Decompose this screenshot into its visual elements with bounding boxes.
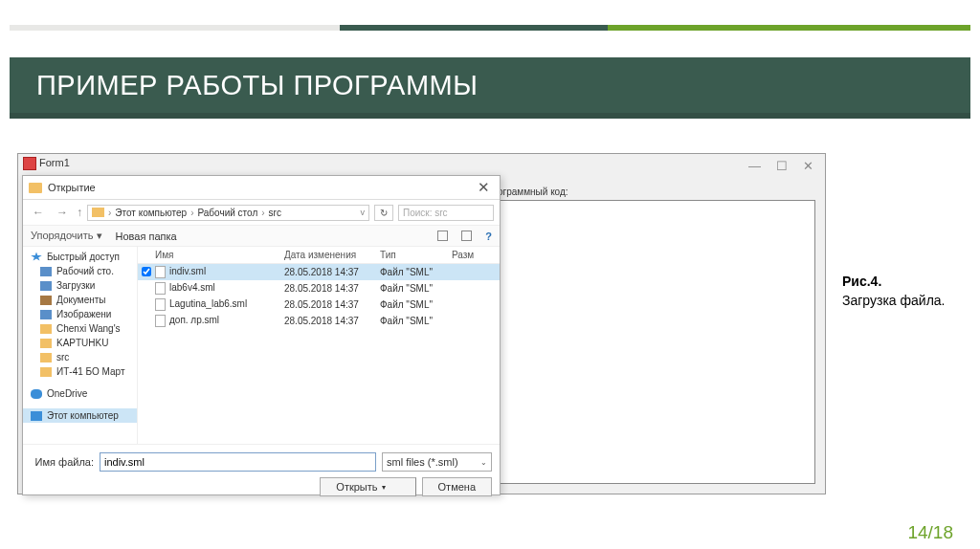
top-accent-bar xyxy=(10,25,970,31)
caption-text: Загрузка файла. xyxy=(842,293,945,308)
dialog-toolbar: Упорядочить ▾ Новая папка ? xyxy=(23,226,500,247)
file-list: Имя Дата изменения Тип Разм indiv.sml 28… xyxy=(138,247,500,444)
nav-up-button[interactable]: ↑ xyxy=(77,206,82,219)
dialog-titlebar: Открытие ✕ xyxy=(23,176,500,200)
column-size[interactable]: Разм xyxy=(448,250,500,260)
search-input[interactable]: Поиск: src xyxy=(398,205,494,221)
column-name[interactable]: Имя xyxy=(151,250,280,260)
dialog-folder-icon xyxy=(29,183,42,193)
sidebar-item-onedrive[interactable]: OneDrive xyxy=(23,386,137,401)
sidebar-item[interactable]: Быстрый доступ xyxy=(23,250,137,264)
sidebar-item-label: src xyxy=(56,352,69,362)
folder-icon xyxy=(40,353,52,362)
sidebar-item-label: Chenxi Wang's xyxy=(56,323,121,334)
help-button[interactable]: ? xyxy=(485,231,492,242)
file-icon xyxy=(155,298,166,311)
sidebar-item[interactable]: Рабочий сто. xyxy=(23,264,137,278)
file-icon xyxy=(155,266,166,278)
star-icon xyxy=(31,253,42,262)
dialog-close-button[interactable]: ✕ xyxy=(474,179,494,196)
column-date[interactable]: Дата изменения xyxy=(280,250,376,260)
slide-title: ПРИМЕР РАБОТЫ ПРОГРАММЫ xyxy=(36,70,478,101)
dialog-footer: Имя файла: sml files (*.sml)⌄ Открыть▾ О… xyxy=(23,444,500,504)
sidebar-item-this-pc[interactable]: Этот компьютер xyxy=(23,408,137,423)
nav-refresh-button[interactable]: ↻ xyxy=(374,205,393,221)
view-mode-button-2[interactable] xyxy=(461,231,472,241)
file-type: Файл "SML" xyxy=(376,267,448,277)
new-folder-button[interactable]: Новая папка xyxy=(116,231,177,242)
pic-icon xyxy=(40,310,52,319)
dialog-sidebar: Быстрый доступРабочий сто.ЗагрузкиДокуме… xyxy=(23,247,138,444)
dialog-title: Открытие xyxy=(48,182,96,193)
sidebar-item-label: ИТ-41 БО Март xyxy=(56,366,124,377)
folder-icon xyxy=(40,367,52,377)
breadcrumb-folder-icon xyxy=(92,208,104,217)
sidebar-item-label: Рабочий сто. xyxy=(56,266,114,276)
file-name: lab6v4.sml xyxy=(169,282,215,293)
breadcrumb-seg-1[interactable]: Этот компьютер xyxy=(115,208,187,218)
doc-icon xyxy=(40,296,52,305)
file-row[interactable]: lab6v4.sml 28.05.2018 14:37 Файл "SML" xyxy=(138,280,500,296)
sidebar-item[interactable]: ИТ-41 БО Март xyxy=(23,364,137,379)
sidebar-item[interactable]: Изображени xyxy=(23,307,137,321)
cloud-icon xyxy=(31,389,42,399)
file-icon xyxy=(155,282,166,295)
sidebar-item[interactable]: Chenxi Wang's xyxy=(23,321,137,336)
sidebar-item[interactable]: Загрузки xyxy=(23,278,137,293)
slide-header: ПРИМЕР РАБОТЫ ПРОГРАММЫ xyxy=(10,57,970,119)
desktop-icon xyxy=(40,267,52,276)
file-date: 28.05.2018 14:37 xyxy=(280,283,376,294)
form1-window: Form1 — ☐ ✕ программный код: Открытие ✕ … xyxy=(17,153,826,494)
file-date: 28.05.2018 14:37 xyxy=(280,299,376,310)
column-type[interactable]: Тип xyxy=(376,250,448,260)
form1-maximize-button[interactable]: ☐ xyxy=(776,159,788,173)
open-file-dialog: Открытие ✕ ← → ↑ › Этот компьютер › Рабо… xyxy=(22,175,501,495)
view-mode-button-1[interactable] xyxy=(437,231,448,241)
breadcrumb-seg-2[interactable]: Рабочий стол xyxy=(197,208,257,218)
file-name: доп. лр.sml xyxy=(169,315,219,325)
file-type: Файл "SML" xyxy=(376,299,448,310)
file-row[interactable]: доп. лр.sml 28.05.2018 14:37 Файл "SML" xyxy=(138,313,500,329)
file-icon xyxy=(155,315,166,327)
file-row[interactable]: Lagutina_lab6.sml 28.05.2018 14:37 Файл … xyxy=(138,296,500,313)
organize-button[interactable]: Упорядочить ▾ xyxy=(31,230,102,242)
sidebar-item-label: Изображени xyxy=(56,309,111,319)
form1-title: Form1 xyxy=(39,157,70,168)
figure-caption: Рис.4. Загрузка файла. xyxy=(842,273,945,310)
sidebar-item-label: KAPTUHKU xyxy=(56,338,108,348)
download-icon xyxy=(40,281,52,291)
sidebar-item-label: Быстрый доступ xyxy=(47,252,120,262)
form1-close-button[interactable]: ✕ xyxy=(803,159,813,173)
file-type: Файл "SML" xyxy=(376,283,448,294)
file-name: Lagutina_lab6.sml xyxy=(169,298,247,309)
folder-icon xyxy=(40,324,52,334)
breadcrumb-seg-3[interactable]: src xyxy=(269,208,281,218)
file-row[interactable]: indiv.sml 28.05.2018 14:37 Файл "SML" xyxy=(138,264,500,280)
form1-minimize-button[interactable]: — xyxy=(748,159,761,173)
cancel-button[interactable]: Отмена xyxy=(422,477,492,496)
file-date: 28.05.2018 14:37 xyxy=(280,267,376,277)
dialog-nav-bar: ← → ↑ › Этот компьютер › Рабочий стол › … xyxy=(23,200,500,226)
nav-forward-button[interactable]: → xyxy=(53,204,72,221)
filename-label: Имя файла: xyxy=(31,456,94,468)
form1-icon xyxy=(23,157,36,170)
form1-code-textarea[interactable] xyxy=(487,200,815,484)
file-checkbox[interactable] xyxy=(142,267,151,276)
sidebar-item[interactable]: src xyxy=(23,350,137,364)
page-number: 14/18 xyxy=(907,522,953,543)
sidebar-item[interactable]: KAPTUHKU xyxy=(23,336,137,350)
pc-icon xyxy=(31,411,42,421)
file-date: 28.05.2018 14:37 xyxy=(280,316,376,326)
caption-number: Рис.4. xyxy=(842,274,881,289)
file-filter-dropdown[interactable]: sml files (*.sml)⌄ xyxy=(382,452,492,472)
open-button[interactable]: Открыть▾ xyxy=(320,477,415,496)
filename-input[interactable] xyxy=(100,452,376,472)
file-type: Файл "SML" xyxy=(376,316,448,326)
nav-back-button[interactable]: ← xyxy=(29,204,48,221)
folder-icon xyxy=(40,339,52,348)
file-name: indiv.sml xyxy=(169,266,206,276)
sidebar-item[interactable]: Документы xyxy=(23,293,137,307)
sidebar-item-label: Документы xyxy=(56,295,106,305)
sidebar-item-label: Загрузки xyxy=(56,280,95,291)
breadcrumb[interactable]: › Этот компьютер › Рабочий стол › src v xyxy=(87,205,369,221)
